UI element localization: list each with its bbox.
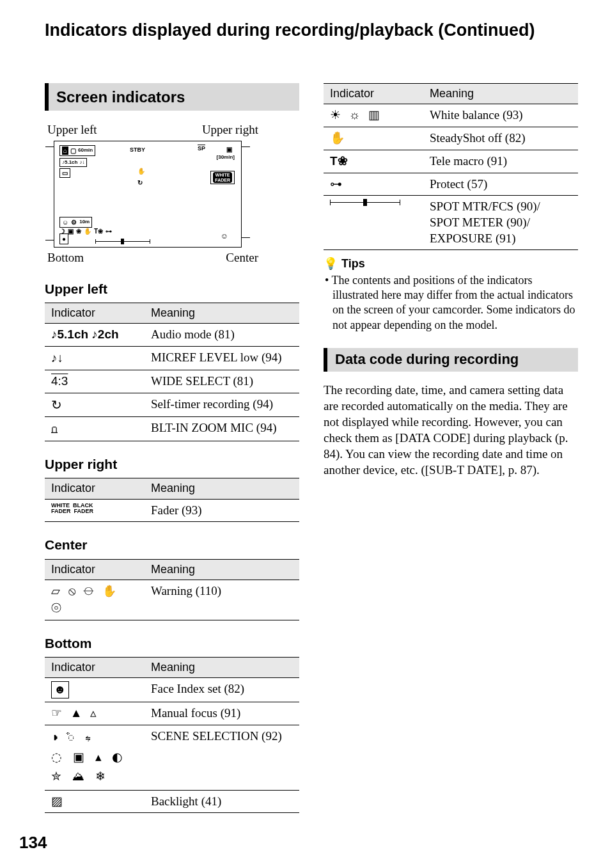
wide-select-icon: 4:3 xyxy=(51,374,68,388)
meaning-cell: Protect (57) xyxy=(423,173,578,196)
meaning-cell: WIDE SELECT (81) xyxy=(145,370,299,393)
meaning-cell: MICREF LEVEL low (94) xyxy=(145,347,299,370)
mic-low-icon: ♪↓ xyxy=(51,351,63,367)
face-icon: ☺ xyxy=(62,218,68,226)
section-data-code: Data code during recording xyxy=(324,348,578,372)
protect-icon: ⊶ xyxy=(106,227,112,235)
tele-macro-icon: T❀ xyxy=(330,154,348,168)
disc-tray-icon: ▭ xyxy=(62,169,68,177)
th-indicator: Indicator xyxy=(45,478,145,499)
page-title: Indicators displayed during recording/pl… xyxy=(45,19,578,42)
meaning-cell: Tele macro (91) xyxy=(423,150,578,173)
th-meaning: Meaning xyxy=(145,303,299,323)
th-indicator: Indicator xyxy=(45,657,145,677)
face-index-icon: ☻ xyxy=(51,681,69,698)
table-center: Indicator Meaning ▱ ⦸ ⦵ ✋ ⦾ Warning (110… xyxy=(45,559,299,620)
table-row: ◗ ఄ ⇋ ◌ ▣ ▴ ◐ ✮ ⛰ ❄ SCENE SELECTION (92) xyxy=(45,725,299,790)
section-screen-indicators: Screen indicators xyxy=(45,83,299,111)
th-indicator: Indicator xyxy=(45,303,145,323)
fader-icons: WHITE BLACKFADER FADER xyxy=(51,502,93,514)
focus-icon: ⚙ xyxy=(71,218,77,226)
home-icon: ⌂ xyxy=(62,146,68,155)
table-row: ↻ Self-timer recording (94) xyxy=(45,393,299,417)
table-row: 4:3 WIDE SELECT (81) xyxy=(45,370,299,393)
tips-label: Tips xyxy=(341,256,365,271)
label-upper-right: Upper right xyxy=(202,122,258,138)
data-code-paragraph: The recording date, time, and camera set… xyxy=(324,382,578,478)
thirty-min-text: [30min] xyxy=(217,154,235,161)
table-row: ⊶ Protect (57) xyxy=(324,173,578,196)
meaning-cell: Warning (110) xyxy=(145,580,299,620)
meaning-cell: SPOT MTR/FCS (90)/ SPOT METER (90)/ EXPO… xyxy=(423,196,578,250)
table-row: ♪5.1ch ♪2ch Audio mode (81) xyxy=(45,324,299,347)
backlight-icon: ▣ xyxy=(68,227,74,235)
table-row: ✋ SteadyShot off (82) xyxy=(324,127,578,150)
white-fader-pill: WHITE FADER xyxy=(213,172,232,183)
meaning-cell: Backlight (41) xyxy=(145,790,299,813)
zoom-mic-icon: ⩍ xyxy=(51,422,58,436)
steadyshot-off-icon: ✋ xyxy=(330,131,345,145)
meaning-cell: White balance (93) xyxy=(423,104,578,127)
table-row: SPOT MTR/FCS (90)/ SPOT METER (90)/ EXPO… xyxy=(324,196,578,250)
th-indicator: Indicator xyxy=(45,559,145,580)
table-row: T❀ Tele macro (91) xyxy=(324,150,578,173)
table-upper-left: Indicator Meaning ♪5.1ch ♪2ch Audio mode… xyxy=(45,303,299,441)
tele-macro-icon: T❀ xyxy=(94,227,103,235)
self-timer-icon: ↻ xyxy=(51,398,62,412)
label-bottom: Bottom xyxy=(47,250,84,266)
heading-center: Center xyxy=(45,536,299,553)
exposure-bar xyxy=(95,241,150,242)
th-meaning: Meaning xyxy=(145,657,299,677)
cassette-icon: ▣ xyxy=(226,145,232,154)
audio-mode-text: ♪5.1ch xyxy=(62,159,77,166)
meaning-cell: Fader (93) xyxy=(145,499,299,522)
table-upper-right: Indicator Meaning WHITE BLACKFADER FADER… xyxy=(45,478,299,522)
table-row: ☞ ▲ ▵ Manual focus (91) xyxy=(45,702,299,725)
th-meaning: Meaning xyxy=(145,478,299,499)
meaning-cell: Self-timer recording (94) xyxy=(145,393,299,417)
mic-low-icon: ♪↓ xyxy=(79,159,84,166)
ten-m-text: 10m xyxy=(79,219,90,225)
table-row: ▨ Backlight (41) xyxy=(45,790,299,813)
page-number: 134 xyxy=(19,832,578,854)
exposure-slider-icon xyxy=(330,199,400,207)
table-row: ☻ Face Index set (82) xyxy=(45,678,299,702)
th-indicator: Indicator xyxy=(324,84,423,104)
person-frame-icon: ☺ xyxy=(221,232,228,242)
warning-icons: ▱ ⦸ ⦵ ✋ xyxy=(51,585,119,597)
audio-mode-icon: ♪5.1ch ♪2ch xyxy=(51,327,119,341)
meaning-cell: SCENE SELECTION (92) xyxy=(145,725,299,790)
meaning-cell: Audio mode (81) xyxy=(145,324,299,347)
battery-icon: ▢ xyxy=(70,146,76,155)
th-meaning: Meaning xyxy=(145,559,299,580)
scene-selection-icons: ◗ ఄ ⇋ ◌ ▣ ▴ ◐ ✮ ⛰ ❄ xyxy=(51,729,141,787)
meaning-cell: BLT-IN ZOOM MIC (94) xyxy=(145,417,299,441)
table-row: ☀ ☼ ▥ White balance (93) xyxy=(324,104,578,127)
heading-upper-right: Upper right xyxy=(45,455,299,473)
heading-bottom: Bottom xyxy=(45,635,299,652)
heading-upper-left: Upper left xyxy=(45,280,299,297)
protect-icon: ⊶ xyxy=(330,177,342,191)
meaning-cell: Face Index set (82) xyxy=(145,678,299,702)
tips-note: • The contents and positions of the indi… xyxy=(324,273,578,333)
label-center: Center xyxy=(226,250,258,266)
tips-icon: 💡 xyxy=(324,256,338,271)
table-row: ♪↓ MICREF LEVEL low (94) xyxy=(45,347,299,370)
table-row: ▱ ⦸ ⦵ ✋ ⦾ Warning (110) xyxy=(45,580,299,620)
steady-off-icon: ✋ xyxy=(84,227,91,235)
table-row: ⩍ BLT-IN ZOOM MIC (94) xyxy=(45,417,299,441)
loop-icon: ↻ xyxy=(137,178,143,187)
backlight-icon: ▨ xyxy=(51,794,63,808)
label-upper-left: Upper left xyxy=(47,122,97,138)
th-meaning: Meaning xyxy=(423,84,578,104)
manual-focus-icons: ☞ ▲ ▵ xyxy=(51,706,99,720)
flower-icon: ❀ xyxy=(76,227,81,235)
screen-diagram: Upper left Upper right ⌂ ▢ 60min xyxy=(45,122,299,265)
meaning-cell: SteadyShot off (82) xyxy=(423,127,578,150)
meaning-cell: Manual focus (91) xyxy=(145,702,299,725)
table-row: WHITE BLACKFADER FADER Fader (93) xyxy=(45,499,299,522)
hand-icon: ✋ xyxy=(137,167,145,175)
screen-diagram-box: ⌂ ▢ 60min ♪5.1ch ♪↓ ▭ STBY SP ▣ xyxy=(54,141,242,248)
sp-text: SP xyxy=(198,145,205,153)
rec-indicator-icon: ● xyxy=(62,235,66,243)
